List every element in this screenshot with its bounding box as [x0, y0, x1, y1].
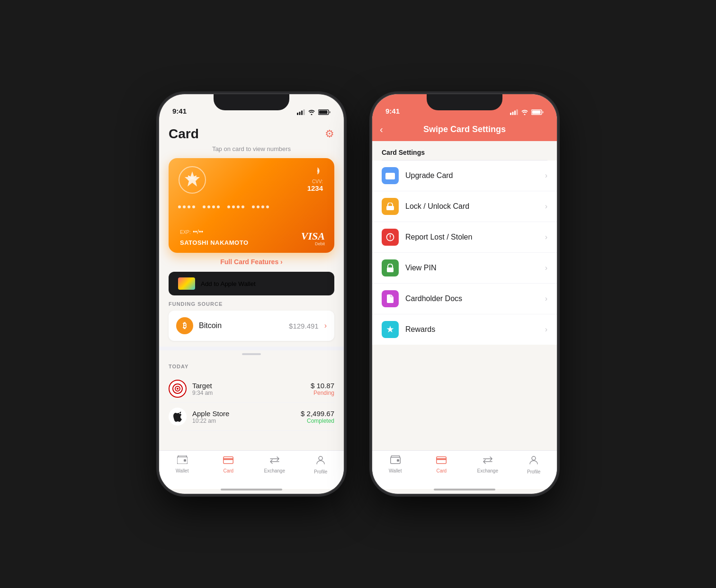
card-page-header: Card ⚙: [159, 119, 344, 145]
exchange-tab-icon-2: [483, 455, 493, 466]
svg-rect-23: [385, 173, 395, 179]
card-dots-4: [252, 205, 269, 208]
page-title-1: Card: [169, 126, 199, 142]
transaction-right-target: $ 10.87 Pending: [311, 382, 334, 396]
full-card-features-link[interactable]: Full Card Features ›: [159, 253, 344, 270]
tab-wallet-1[interactable]: Wallet: [159, 455, 206, 473]
svg-rect-5: [319, 111, 328, 114]
svg-point-30: [390, 269, 391, 271]
cardholder-docs-chevron: ›: [545, 294, 547, 303]
settings-header: ‹ Swipe Card Settings: [372, 119, 557, 141]
visa-text: VISA: [301, 231, 325, 241]
credit-card[interactable]: CVV: 1234: [169, 158, 334, 253]
signal-icon: [297, 109, 305, 115]
full-card-link-text[interactable]: Full Card Features ›: [220, 258, 282, 266]
tab-profile-1[interactable]: Profile: [298, 455, 344, 474]
card-dots-3: [227, 205, 244, 208]
apple-wallet-icon: [178, 277, 195, 290]
svg-rect-1: [299, 112, 301, 115]
svg-point-15: [319, 456, 322, 460]
tab-exchange-label-1: Exchange: [264, 468, 285, 473]
svg-rect-25: [386, 177, 389, 178]
bitcoin-icon: ₿: [176, 317, 193, 334]
battery-icon: [318, 109, 331, 115]
section-divider: [159, 347, 344, 350]
status-icons-2: [510, 109, 544, 115]
settings-row-upgrade-card[interactable]: Upgrade Card ›: [372, 160, 557, 191]
profile-tab-icon-2: [529, 455, 538, 467]
exp-value: ••/••: [193, 228, 203, 235]
rewards-chevron: ›: [545, 325, 547, 334]
svg-rect-36: [436, 458, 447, 460]
card-expiry: EXP: ••/••: [180, 227, 203, 236]
transaction-info-target: Target 9:34 am: [192, 382, 305, 396]
svg-rect-18: [514, 111, 516, 116]
status-time-1: 9:41: [172, 107, 187, 115]
apple-wallet-label: Add to Apple Wallet: [201, 280, 256, 287]
cardholder-docs-icon: [382, 290, 399, 307]
svg-rect-21: [532, 111, 541, 114]
credit-card-wrapper[interactable]: CVV: 1234: [159, 158, 344, 253]
svg-rect-26: [386, 206, 394, 210]
tab-card-1[interactable]: Card: [206, 455, 252, 473]
transaction-name-target: Target: [192, 382, 305, 390]
funding-source-label: FUNDING SOURCE: [159, 301, 344, 311]
settings-row-rewards[interactable]: Rewards ›: [372, 314, 557, 345]
view-pin-chevron: ›: [545, 264, 547, 272]
tab-profile-label-1: Profile: [314, 469, 327, 474]
tab-card-2[interactable]: Card: [419, 455, 465, 473]
report-lost-icon: [382, 229, 399, 246]
lock-card-chevron: ›: [545, 202, 547, 211]
contactless-icon: [313, 166, 323, 178]
view-pin-label: View PIN: [405, 264, 538, 272]
transaction-amount-apple: $ 2,499.67: [301, 410, 334, 418]
tab-exchange-2[interactable]: Exchange: [465, 455, 511, 473]
scroll-indicator: [159, 350, 344, 358]
tap-hint: Tap on card to view numbers: [159, 145, 344, 152]
settings-row-report-lost[interactable]: Report Lost / Stolen ›: [372, 222, 557, 253]
settings-row-view-pin[interactable]: View PIN ›: [372, 253, 557, 284]
cvv-value: 1234: [307, 184, 323, 192]
card-dots-1: [178, 205, 195, 208]
lock-card-icon: [382, 198, 399, 215]
settings-row-lock-unlock[interactable]: Lock / Unlock Card ›: [372, 191, 557, 222]
transaction-row-target[interactable]: Target 9:34 am $ 10.87 Pending: [169, 375, 334, 403]
svg-rect-12: [184, 459, 186, 462]
rewards-label: Rewards: [405, 325, 538, 334]
settings-gear-icon[interactable]: ⚙: [325, 128, 334, 140]
scroll-dot: [242, 353, 261, 355]
wifi-icon: [308, 109, 315, 115]
exchange-tab-icon-1: [269, 455, 280, 466]
home-bar-1: [221, 489, 282, 490]
signal-icon-2: [510, 109, 518, 115]
svg-rect-34: [397, 459, 399, 462]
wallet-tab-icon-2: [390, 455, 401, 466]
svg-rect-17: [512, 112, 514, 115]
settings-list: Upgrade Card › Lock / Unlock Card ›: [372, 160, 557, 345]
upgrade-card-chevron: ›: [545, 171, 547, 180]
svg-rect-24: [385, 174, 395, 176]
card-tab-icon-2: [436, 455, 447, 466]
svg-rect-14: [223, 458, 233, 460]
view-pin-icon: [382, 259, 399, 276]
tab-profile-2[interactable]: Profile: [511, 455, 557, 474]
card-holder-name: SATOSHI NAKAMOTO: [180, 239, 249, 246]
transaction-time-apple: 10:22 am: [192, 418, 295, 424]
funding-source-row[interactable]: ₿ Bitcoin $129.491 ›: [169, 311, 334, 341]
card-dots-2: [203, 205, 220, 208]
transaction-status-apple: Completed: [301, 418, 334, 424]
add-to-apple-wallet-button[interactable]: Add to Apple Wallet: [169, 272, 334, 295]
settings-row-cardholder-docs[interactable]: Cardholder Docs ›: [372, 284, 557, 314]
tab-wallet-2[interactable]: Wallet: [372, 455, 419, 473]
svg-rect-3: [304, 109, 305, 115]
transaction-name-apple: Apple Store: [192, 410, 295, 418]
tab-exchange-1[interactable]: Exchange: [251, 455, 298, 473]
funding-name: Bitcoin: [199, 321, 283, 330]
screen-2: 9:41: [372, 94, 557, 494]
screen-1: 9:41: [159, 94, 344, 494]
today-label: TODAY: [169, 364, 334, 369]
transaction-row-apple[interactable]: Apple Store 10:22 am $ 2,499.67 Complete…: [169, 403, 334, 431]
back-button[interactable]: ‹: [380, 124, 383, 135]
card-network: VISA Debit: [301, 231, 325, 246]
svg-rect-6: [329, 111, 331, 113]
